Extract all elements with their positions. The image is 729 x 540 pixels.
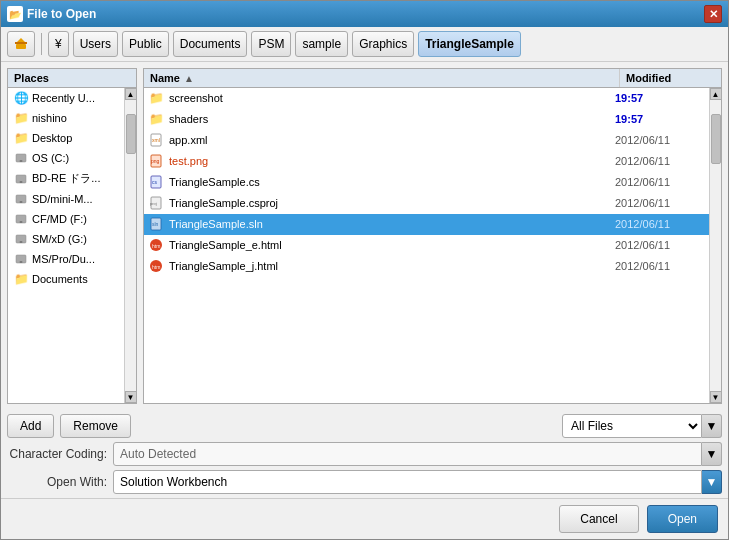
places-panel-inner: 🌐 Recently U... 📁 nishino 📁 Desktop OS (… — [8, 88, 136, 403]
char-coding-container: ▼ — [113, 442, 722, 466]
folder-icon: 📁 — [148, 90, 164, 106]
file-name-trianglehtml-j: htm TriangleSample_j.html — [148, 258, 615, 274]
places-scroll-down[interactable]: ▼ — [125, 391, 137, 403]
file-row-testpng[interactable]: png test.png 2012/06/11 — [144, 151, 709, 172]
char-coding-label: Character Coding: — [7, 447, 107, 461]
files-panel: Name ▲ Modified 📁 screenshot 19:57 — [143, 68, 722, 404]
places-item-osc[interactable]: OS (C:) — [8, 148, 124, 168]
file-row-trianglehtml-j[interactable]: htm TriangleSample_j.html 2012/06/11 — [144, 256, 709, 277]
open-button[interactable]: Open — [647, 505, 718, 533]
places-scrollbar[interactable]: ▲ ▼ — [124, 88, 136, 403]
file-name-shaders: 📁 shaders — [148, 111, 615, 127]
file-filter-select[interactable]: All Files — [562, 414, 702, 438]
places-item-recently[interactable]: 🌐 Recently U... — [8, 88, 124, 108]
svg-point-6 — [20, 181, 23, 183]
char-coding-input[interactable] — [113, 442, 702, 466]
char-coding-arrow[interactable]: ▼ — [702, 442, 722, 466]
files-name-column-header[interactable]: Name ▲ — [144, 69, 619, 87]
cancel-button[interactable]: Cancel — [559, 505, 638, 533]
remove-button[interactable]: Remove — [60, 414, 131, 438]
file-row-trianglesln[interactable]: sln TriangleSample.sln 2012/06/11 — [144, 214, 709, 235]
file-row-trianglecs[interactable]: cs TriangleSample.cs 2012/06/11 — [144, 172, 709, 193]
places-scroll-up[interactable]: ▲ — [125, 88, 137, 100]
breadcrumb-trianglesample[interactable]: TriangleSample — [418, 31, 521, 57]
file-name-screenshot: 📁 screenshot — [148, 90, 615, 106]
file-name-trianglecsproj: proj TriangleSample.csproj — [148, 195, 615, 211]
files-panel-inner: 📁 screenshot 19:57 📁 shaders 19:57 — [144, 88, 721, 403]
files-content: 📁 screenshot 19:57 📁 shaders 19:57 — [144, 88, 709, 403]
places-item-desktop[interactable]: 📁 Desktop — [8, 128, 124, 148]
drive-icon — [14, 252, 28, 266]
open-with-label: Open With: — [7, 475, 107, 489]
breadcrumb-documents[interactable]: Documents — [173, 31, 248, 57]
places-scroll-thumb[interactable] — [126, 114, 136, 154]
places-item-nishino[interactable]: 📁 nishino — [8, 108, 124, 128]
files-modified-column-header[interactable]: Modified — [619, 69, 709, 87]
places-item-documents[interactable]: 📁 Documents — [8, 269, 124, 289]
cs-icon: cs — [148, 174, 164, 190]
files-list: 📁 screenshot 19:57 📁 shaders 19:57 — [144, 88, 709, 403]
open-with-row: Open With: ▼ — [7, 470, 722, 494]
file-row-screenshot[interactable]: 📁 screenshot 19:57 — [144, 88, 709, 109]
svg-point-8 — [20, 201, 23, 203]
drive-icon — [14, 151, 28, 165]
places-item-smxd[interactable]: SM/xD (G:) — [8, 229, 124, 249]
html-icon: htm — [148, 258, 164, 274]
file-row-appxml[interactable]: xml app.xml 2012/06/11 — [144, 130, 709, 151]
add-remove-row: Add Remove All Files ▼ — [7, 414, 722, 438]
html-icon: htm — [148, 237, 164, 253]
xml-icon: xml — [148, 132, 164, 148]
file-name-appxml: xml app.xml — [148, 132, 615, 148]
file-date-appxml: 2012/06/11 — [615, 134, 705, 146]
places-list: 🌐 Recently U... 📁 nishino 📁 Desktop OS (… — [8, 88, 124, 403]
drive-icon — [14, 232, 28, 246]
up-button[interactable] — [7, 31, 35, 57]
char-coding-row: Character Coding: ▼ — [7, 442, 722, 466]
file-date-trianglecsproj: 2012/06/11 — [615, 197, 705, 209]
file-date-trianglecs: 2012/06/11 — [615, 176, 705, 188]
breadcrumb-sample[interactable]: sample — [295, 31, 348, 57]
breadcrumb-public[interactable]: Public — [122, 31, 169, 57]
title-bar: 📂 File to Open ✕ — [1, 1, 728, 27]
folder-icon: 📁 — [14, 111, 28, 125]
open-with-input[interactable] — [113, 470, 702, 494]
sln-icon: sln — [148, 216, 164, 232]
svg-text:xml: xml — [152, 137, 160, 143]
drive-icon — [14, 192, 28, 206]
files-scroll-thumb[interactable] — [711, 114, 721, 164]
svg-point-10 — [20, 221, 23, 223]
places-item-mspro[interactable]: MS/Pro/Du... — [8, 249, 124, 269]
svg-text:cs: cs — [152, 179, 158, 185]
svg-rect-1 — [15, 42, 27, 44]
file-row-shaders[interactable]: 📁 shaders 19:57 — [144, 109, 709, 130]
file-date-screenshot: 19:57 — [615, 92, 705, 104]
files-scroll-up[interactable]: ▲ — [710, 88, 722, 100]
svg-text:png: png — [151, 158, 160, 164]
bottom-controls: Add Remove All Files ▼ Character Coding:… — [1, 410, 728, 498]
places-item-cfmd[interactable]: CF/MD (F:) — [8, 209, 124, 229]
close-button[interactable]: ✕ — [704, 5, 722, 23]
csproj-icon: proj — [148, 195, 164, 211]
breadcrumb-psm[interactable]: PSM — [251, 31, 291, 57]
file-date-trianglehtml-e: 2012/06/11 — [615, 239, 705, 251]
breadcrumb-yen[interactable]: ¥ — [48, 31, 69, 57]
open-with-container: ▼ — [113, 470, 722, 494]
file-date-trianglehtml-j: 2012/06/11 — [615, 260, 705, 272]
files-scroll-down[interactable]: ▼ — [710, 391, 722, 403]
places-item-sdmini[interactable]: SD/mini-M... — [8, 189, 124, 209]
file-row-trianglecsproj[interactable]: proj TriangleSample.csproj 2012/06/11 — [144, 193, 709, 214]
up-icon — [14, 37, 28, 51]
file-row-trianglehtml-e[interactable]: htm TriangleSample_e.html 2012/06/11 — [144, 235, 709, 256]
files-scrollbar[interactable]: ▲ ▼ — [709, 88, 721, 403]
toolbar: ¥ Users Public Documents PSM sample Grap… — [1, 27, 728, 62]
svg-text:proj: proj — [150, 201, 157, 206]
breadcrumb-graphics[interactable]: Graphics — [352, 31, 414, 57]
file-open-dialog: 📂 File to Open ✕ ¥ Users Public Document… — [0, 0, 729, 540]
file-filter-arrow[interactable]: ▼ — [702, 414, 722, 438]
add-button[interactable]: Add — [7, 414, 54, 438]
open-with-arrow[interactable]: ▼ — [702, 470, 722, 494]
places-item-bdre[interactable]: BD-RE ドラ... — [8, 168, 124, 189]
file-name-trianglecs: cs TriangleSample.cs — [148, 174, 615, 190]
svg-point-4 — [20, 160, 23, 162]
breadcrumb-users[interactable]: Users — [73, 31, 118, 57]
